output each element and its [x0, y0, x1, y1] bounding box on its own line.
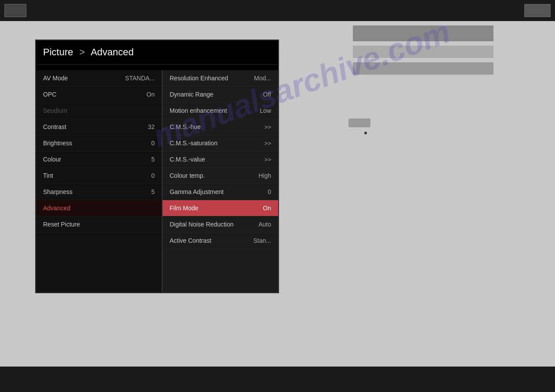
menu-item-label: Brightness [43, 140, 72, 147]
submenu-item-label: Digital Noise Reduction [170, 221, 234, 228]
left-menu-item-sharpness[interactable]: Sharpness5 [36, 184, 162, 200]
left-menu-item-av-mode[interactable]: AV ModeSTANDA... [36, 70, 162, 86]
menu-item-label: Tint [43, 172, 53, 179]
menu-item-value: 0 [151, 140, 155, 147]
menu-item-label: Advanced [43, 205, 70, 212]
breadcrumb-current: Advanced [91, 47, 134, 58]
submenu-item-motion-enhancement[interactable]: Motion enhancementLow [163, 103, 278, 119]
submenu-item-c-m-s--value[interactable]: C.M.S.-value>> [163, 151, 278, 168]
submenu-item-value: On [263, 205, 271, 212]
submenu-item-arrow: >> [265, 156, 271, 163]
submenu-item-label: Film Mode [170, 205, 198, 212]
submenu-item-value: 0 [268, 188, 271, 195]
right-bar-2 [353, 46, 493, 58]
menu-item-label: Colour [43, 156, 61, 163]
top-bar-left-button[interactable] [4, 4, 26, 17]
submenu-item-label: Resolution Enhanced [170, 75, 228, 82]
submenu-item-film-mode[interactable]: Film ModeOn [163, 200, 278, 216]
left-menu-item-opc[interactable]: OPCOn [36, 86, 162, 103]
submenu-item-value: Auto [258, 221, 271, 228]
submenu-item-value: Off [263, 91, 271, 98]
menu-item-value: 0 [151, 172, 155, 179]
submenu-item-label: C.M.S.-value [170, 156, 205, 163]
menu-item-label: AV Mode [43, 75, 68, 82]
menu-item-value: STANDA... [125, 75, 155, 82]
submenu-item-c-m-s--hue[interactable]: C.M.S.-hue>> [163, 119, 278, 135]
cursor-hint [348, 119, 370, 127]
submenu-item-label: C.M.S.-hue [170, 123, 201, 130]
right-bar-1 [353, 25, 493, 41]
left-menu-item-contrast[interactable]: Contrast32 [36, 119, 162, 135]
submenu-item-dynamic-range[interactable]: Dynamic RangeOff [163, 86, 278, 103]
submenu-item-value: Stan... [254, 237, 271, 244]
submenu-item-active-contrast[interactable]: Active ContrastStan... [163, 233, 278, 249]
left-menu-item-advanced[interactable]: Advanced [36, 200, 162, 216]
menu-item-label: Sharpness [43, 188, 73, 195]
menu-item-label: Reset Picture [43, 221, 80, 228]
submenu-item-value: High [258, 172, 271, 179]
submenu-item-colour-temp-[interactable]: Colour temp.High [163, 168, 278, 184]
submenu-item-digital-noise-reduction[interactable]: Digital Noise ReductionAuto [163, 216, 278, 233]
left-menu-item-tint[interactable]: Tint0 [36, 168, 162, 184]
right-bar-3 [353, 62, 493, 75]
submenu-item-c-m-s--saturation[interactable]: C.M.S.-saturation>> [163, 135, 278, 151]
bottom-bar [0, 367, 555, 392]
menu-item-label: OPC [43, 91, 56, 98]
left-menu: AV ModeSTANDA...OPCOnSeudiumContrast32Br… [36, 70, 162, 292]
submenu-item-label: C.M.S.-saturation [170, 140, 218, 147]
submenu-item-value: Mod... [254, 75, 271, 82]
submenu-item-label: Dynamic Range [170, 91, 214, 98]
menu-item-value: 32 [148, 123, 155, 130]
right-submenu: Resolution EnhancedMod...Dynamic RangeOf… [162, 70, 278, 292]
tv-ui: Picture > Advanced AV ModeSTANDA...OPCOn… [35, 40, 279, 293]
menu-item-value: 5 [151, 156, 155, 163]
submenu-item-label: Colour temp. [170, 172, 205, 179]
submenu-item-label: Active Contrast [170, 237, 211, 244]
submenu-item-arrow: >> [265, 124, 271, 130]
submenu-item-resolution-enhanced[interactable]: Resolution EnhancedMod... [163, 70, 278, 86]
cursor-dot [364, 132, 367, 134]
submenu-item-arrow: >> [265, 140, 271, 147]
left-menu-item-colour[interactable]: Colour5 [36, 151, 162, 168]
left-menu-item-brightness[interactable]: Brightness0 [36, 135, 162, 151]
menu-item-value: On [146, 91, 155, 98]
menu-item-value: 5 [151, 188, 155, 195]
submenu-item-gamma-adjustment[interactable]: Gamma Adjustment0 [163, 184, 278, 200]
left-menu-item-seudium[interactable]: Seudium [36, 103, 162, 119]
left-menu-item-reset-picture[interactable]: Reset Picture [36, 216, 162, 233]
menu-item-label: Seudium [43, 107, 67, 114]
menu-item-label: Contrast [43, 123, 66, 130]
breadcrumb: Picture > Advanced [36, 40, 278, 65]
top-bar-right-button[interactable] [524, 4, 551, 17]
submenu-item-label: Motion enhancement [170, 107, 227, 114]
submenu-item-value: Low [260, 107, 271, 114]
top-bar [0, 0, 555, 21]
breadcrumb-parent: Picture [43, 47, 73, 58]
submenu-item-label: Gamma Adjustment [170, 188, 224, 195]
breadcrumb-separator: > [80, 47, 85, 58]
right-panel [353, 25, 493, 75]
